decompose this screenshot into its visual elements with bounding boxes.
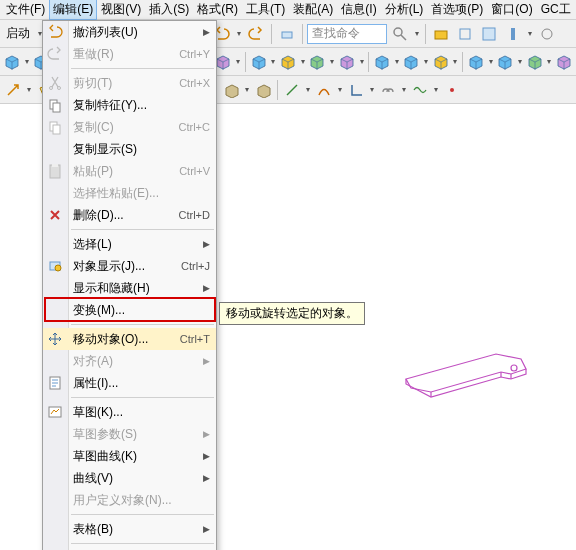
shape-tool-curve-13[interactable] bbox=[313, 79, 335, 101]
menu-item-13[interactable]: 显示和隐藏(H)▶ bbox=[43, 277, 216, 299]
tool-e-button[interactable] bbox=[536, 23, 558, 45]
menubar-item-5[interactable]: 工具(T) bbox=[242, 0, 289, 20]
menu-item-4[interactable]: 复制特征(Y)... bbox=[43, 94, 216, 116]
modeling-tool-10[interactable] bbox=[307, 51, 327, 73]
modeling-tool-drop-15[interactable]: ▾ bbox=[487, 51, 494, 73]
shape-tool-wave-16[interactable] bbox=[409, 79, 431, 101]
menubar-item-0[interactable]: 文件(F) bbox=[2, 0, 49, 20]
menu-item-0[interactable]: 撤消列表(U)▶ bbox=[43, 21, 216, 43]
menu-item-label: 表格(B) bbox=[73, 521, 199, 538]
shape-tool-drop-9[interactable]: ▾ bbox=[243, 79, 251, 101]
menu-item-12[interactable]: 对象显示(J)...Ctrl+J bbox=[43, 255, 216, 277]
shape-tool-drop-0[interactable]: ▾ bbox=[25, 79, 33, 101]
shape-tool-chain-15[interactable] bbox=[377, 79, 399, 101]
modeling-tool-9[interactable] bbox=[278, 51, 298, 73]
menu-item-18[interactable]: 属性(I)... bbox=[43, 372, 216, 394]
start-label[interactable]: 启动 bbox=[2, 25, 34, 42]
modeling-tool-11[interactable] bbox=[337, 51, 357, 73]
svg-point-20 bbox=[450, 88, 454, 92]
modeling-tool-18[interactable] bbox=[554, 51, 574, 73]
shape-tool-drop-12[interactable]: ▾ bbox=[304, 79, 312, 101]
modeling-tool-12[interactable] bbox=[372, 51, 392, 73]
modeling-tool-drop-14[interactable]: ▾ bbox=[452, 51, 459, 73]
search-dropdown-icon[interactable]: ▾ bbox=[413, 23, 421, 45]
modeling-tool-0[interactable] bbox=[2, 51, 22, 73]
svg-rect-12 bbox=[460, 29, 470, 39]
menubar-item-10[interactable]: 窗口(O) bbox=[487, 0, 536, 20]
shape-tool-cube-10[interactable] bbox=[252, 79, 274, 101]
menu-item-14[interactable]: 变换(M)... bbox=[43, 299, 216, 321]
separator bbox=[271, 24, 272, 44]
view-button[interactable] bbox=[430, 23, 452, 45]
tool-c-button[interactable] bbox=[478, 23, 500, 45]
menu-item-23[interactable]: 曲线(V)▶ bbox=[43, 467, 216, 489]
shape-tool-line-12[interactable] bbox=[281, 79, 303, 101]
modeling-tool-14[interactable] bbox=[431, 51, 451, 73]
modeling-tool-drop-11[interactable]: ▾ bbox=[358, 51, 365, 73]
menu-item-shortcut: Ctrl+J bbox=[181, 260, 210, 272]
menu-item-16[interactable]: 移动对象(O)...Ctrl+T bbox=[43, 328, 216, 350]
tool-a-button[interactable] bbox=[276, 23, 298, 45]
menubar-item-3[interactable]: 插入(S) bbox=[145, 0, 193, 20]
shape-tool-drop-13[interactable]: ▾ bbox=[336, 79, 344, 101]
tool-d-button[interactable] bbox=[502, 23, 524, 45]
menubar-item-4[interactable]: 格式(R) bbox=[193, 0, 242, 20]
redo-button[interactable] bbox=[245, 23, 267, 45]
shape-tool-drop-16[interactable]: ▾ bbox=[432, 79, 440, 101]
modeling-tool-drop-12[interactable]: ▾ bbox=[393, 51, 400, 73]
modeling-tool-drop-17[interactable]: ▾ bbox=[546, 51, 553, 73]
svg-rect-13 bbox=[483, 28, 495, 40]
modeling-tool-drop-7[interactable]: ▾ bbox=[235, 51, 242, 73]
menubar-item-11[interactable]: GC工 bbox=[537, 0, 575, 20]
modeling-tool-17[interactable] bbox=[525, 51, 545, 73]
search-input[interactable]: 查找命令 bbox=[307, 24, 387, 44]
svg-rect-27 bbox=[53, 125, 60, 134]
menubar: 文件(F)编辑(E)视图(V)插入(S)格式(R)工具(T)装配(A)信息(I)… bbox=[0, 0, 576, 20]
menubar-item-1[interactable]: 编辑(E) bbox=[49, 0, 97, 20]
modeling-tool-15[interactable] bbox=[466, 51, 486, 73]
menu-item-label: 属性(I)... bbox=[73, 375, 210, 392]
modeling-tool-drop-0[interactable]: ▾ bbox=[23, 51, 30, 73]
menubar-item-2[interactable]: 视图(V) bbox=[97, 0, 145, 20]
shape-tool-drop-15[interactable]: ▾ bbox=[400, 79, 408, 101]
separator bbox=[302, 24, 303, 44]
shape-tool-point2-17[interactable] bbox=[441, 79, 463, 101]
modeling-tool-drop-16[interactable]: ▾ bbox=[516, 51, 523, 73]
menu-item-shortcut: Ctrl+T bbox=[180, 333, 210, 345]
modeling-tool-drop-9[interactable]: ▾ bbox=[299, 51, 306, 73]
modeling-tool-drop-10[interactable]: ▾ bbox=[329, 51, 336, 73]
menu-item-26[interactable]: 表格(B)▶ bbox=[43, 518, 216, 540]
menu-item-11[interactable]: 选择(L)▶ bbox=[43, 233, 216, 255]
undo-dropdown-icon[interactable]: ▾ bbox=[235, 23, 243, 45]
menu-separator bbox=[71, 68, 214, 69]
shape-tool-arrow-0[interactable] bbox=[2, 79, 24, 101]
modeling-tool-8[interactable] bbox=[249, 51, 269, 73]
menu-item-9[interactable]: 删除(D)...Ctrl+D bbox=[43, 204, 216, 226]
delete-icon bbox=[47, 207, 63, 223]
menubar-item-6[interactable]: 装配(A) bbox=[289, 0, 337, 20]
modeling-tool-drop-13[interactable]: ▾ bbox=[423, 51, 430, 73]
menubar-item-7[interactable]: 信息(I) bbox=[337, 0, 380, 20]
menu-item-6[interactable]: 复制显示(S) bbox=[43, 138, 216, 160]
menubar-item-9[interactable]: 首选项(P) bbox=[427, 0, 487, 20]
submenu-arrow-icon: ▶ bbox=[203, 473, 210, 483]
modeling-tool-16[interactable] bbox=[495, 51, 515, 73]
tool-d-dropdown-icon[interactable]: ▾ bbox=[526, 23, 534, 45]
props-icon bbox=[47, 375, 63, 391]
submenu-arrow-icon: ▶ bbox=[203, 451, 210, 461]
menubar-item-8[interactable]: 分析(L) bbox=[381, 0, 428, 20]
menu-item-label: 用户定义对象(N)... bbox=[73, 492, 210, 509]
tool-b-button[interactable] bbox=[454, 23, 476, 45]
shape-tool-drop-14[interactable]: ▾ bbox=[368, 79, 376, 101]
menu-item-label: 对象显示(J)... bbox=[73, 258, 173, 275]
shape-tool-perp-14[interactable] bbox=[345, 79, 367, 101]
menu-item-label: 曲线(V) bbox=[73, 470, 199, 487]
menu-separator bbox=[71, 229, 214, 230]
modeling-tool-13[interactable] bbox=[401, 51, 421, 73]
paste-icon bbox=[47, 163, 63, 179]
menu-item-22[interactable]: 草图曲线(K)▶ bbox=[43, 445, 216, 467]
shape-tool-cube-9[interactable] bbox=[220, 79, 242, 101]
search-button[interactable] bbox=[389, 23, 411, 45]
menu-item-20[interactable]: 草图(K)... bbox=[43, 401, 216, 423]
modeling-tool-drop-8[interactable]: ▾ bbox=[270, 51, 277, 73]
